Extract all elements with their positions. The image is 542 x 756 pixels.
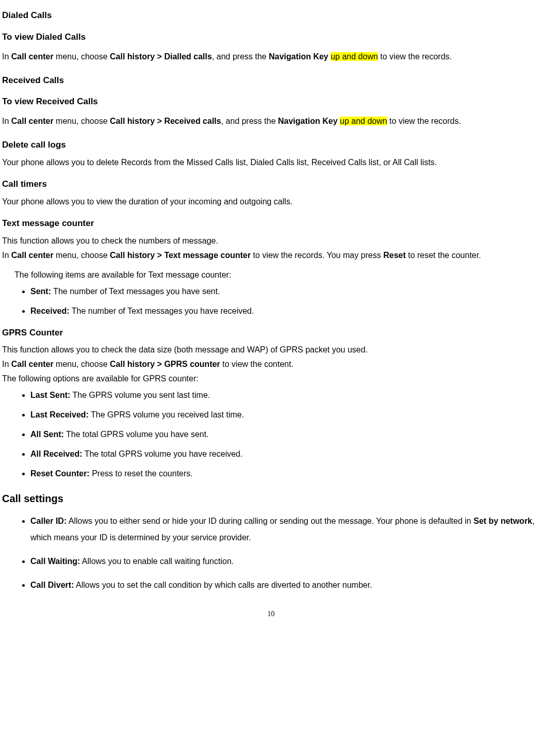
bold-text: Call history > Text message counter xyxy=(110,251,251,260)
list-item: Call Divert: Allows you to set the call … xyxy=(30,577,540,593)
list-item: Caller ID: Allows you to either send or … xyxy=(30,513,540,546)
text: to view the records. xyxy=(387,117,461,125)
list-desc: The total GPRS volume you have received. xyxy=(82,449,242,458)
list-item: Reset Counter: Press to reset the counte… xyxy=(30,468,540,480)
section-heading-gprs: GPRS Counter xyxy=(2,327,540,339)
section-heading-received: Received Calls xyxy=(2,74,540,87)
bold-text: Call history > GPRS counter xyxy=(110,360,220,368)
paragraph-received: In Call center menu, choose Call history… xyxy=(2,113,540,130)
paragraph-gprs-3: The following options are available for … xyxy=(2,373,540,385)
list-item: Sent: The number of Text messages you ha… xyxy=(30,285,540,298)
bold-text: Call center xyxy=(11,52,54,61)
list-label: Sent: xyxy=(30,287,51,296)
text: menu, choose xyxy=(54,360,110,368)
section-heading-delete: Delete call logs xyxy=(2,139,540,151)
highlight-text: up and down xyxy=(331,52,378,61)
bold-text: Navigation Key xyxy=(269,52,329,61)
list-desc: The total GPRS volume you have sent. xyxy=(64,430,209,439)
paragraph-gprs-2: In Call center menu, choose Call history… xyxy=(2,358,540,371)
text: menu, choose xyxy=(54,117,110,125)
text: In xyxy=(2,360,11,368)
list-label: Received: xyxy=(30,307,70,315)
text: to reset the counter. xyxy=(406,251,481,260)
paragraph-dialed: In Call center menu, choose Call history… xyxy=(2,49,540,65)
list-item: Last Received: The GPRS volume you recei… xyxy=(30,409,540,421)
paragraph-gprs-1: This function allows you to check the da… xyxy=(2,344,540,356)
text: , and press the xyxy=(221,117,278,125)
paragraph-textcounter-2: In Call center menu, choose Call history… xyxy=(2,249,540,262)
text: In xyxy=(2,251,11,260)
section-heading-dialed: Dialed Calls xyxy=(2,9,540,22)
list-item: All Sent: The total GPRS volume you have… xyxy=(30,428,540,441)
list-desc: Press to reset the counters. xyxy=(90,469,193,478)
text: In xyxy=(2,52,11,61)
section-subheading-dialed: To view Dialed Calls xyxy=(2,31,540,43)
list-desc: Allows you to either send or hide your I… xyxy=(67,517,473,525)
bold-text: Navigation Key xyxy=(278,117,338,125)
highlight-text: up and down xyxy=(340,117,387,125)
bold-text: Call history > Received calls xyxy=(110,117,221,125)
bold-text: Set by network xyxy=(473,517,532,525)
list-desc: The number of Text messages you have rec… xyxy=(70,307,254,315)
bold-text: Call center xyxy=(11,117,54,125)
bold-text: Reset xyxy=(383,251,406,260)
list-item: Received: The number of Text messages yo… xyxy=(30,305,540,317)
list-label: All Sent: xyxy=(30,430,64,439)
list-label: Last Sent: xyxy=(30,391,70,399)
text: , and press the xyxy=(212,52,269,61)
text: menu, choose xyxy=(54,251,110,260)
paragraph-textcounter-intro: The following items are available for Te… xyxy=(14,269,540,281)
callsettings-list: Caller ID: Allows you to either send or … xyxy=(2,513,540,593)
list-label: Last Received: xyxy=(30,410,89,419)
text: to view the records. You may press xyxy=(251,251,383,260)
list-desc: Allows you to set the call condition by … xyxy=(74,581,372,589)
paragraph-timers: Your phone allows you to view the durati… xyxy=(2,196,540,208)
list-item: All Received: The total GPRS volume you … xyxy=(30,448,540,460)
list-desc: The number of Text messages you have sen… xyxy=(51,287,220,296)
paragraph-textcounter-1: This function allows you to check the nu… xyxy=(2,235,540,247)
section-heading-timers: Call timers xyxy=(2,178,540,190)
list-label: Caller ID: xyxy=(30,517,67,525)
list-label: Call Divert: xyxy=(30,581,74,589)
text: menu, choose xyxy=(54,52,110,61)
list-label: All Received: xyxy=(30,449,82,458)
bold-text: Call center xyxy=(11,251,54,260)
section-heading-callsettings: Call settings xyxy=(2,491,540,506)
paragraph-delete: Your phone allows you to delete Records … xyxy=(2,156,540,169)
bold-text: Call history > Dialled calls xyxy=(110,52,212,61)
list-desc: Allows you to enable call waiting functi… xyxy=(80,557,234,566)
section-subheading-received: To view Received Calls xyxy=(2,95,540,108)
list-desc: The GPRS volume you received last time. xyxy=(89,410,244,419)
text: to view the content. xyxy=(220,360,293,368)
list-item: Last Sent: The GPRS volume you sent last… xyxy=(30,389,540,401)
text: In xyxy=(2,117,11,125)
text: to view the records. xyxy=(378,52,452,61)
gprs-list: Last Sent: The GPRS volume you sent last… xyxy=(2,389,540,480)
list-label: Call Waiting: xyxy=(30,557,80,566)
page-number: 10 xyxy=(2,609,540,619)
list-item: Call Waiting: Allows you to enable call … xyxy=(30,553,540,570)
list-label: Reset Counter: xyxy=(30,469,90,478)
list-desc: The GPRS volume you sent last time. xyxy=(70,391,210,399)
textcounter-list: Sent: The number of Text messages you ha… xyxy=(2,285,540,317)
section-heading-textcounter: Text message counter xyxy=(2,217,540,230)
bold-text: Call center xyxy=(11,360,54,368)
